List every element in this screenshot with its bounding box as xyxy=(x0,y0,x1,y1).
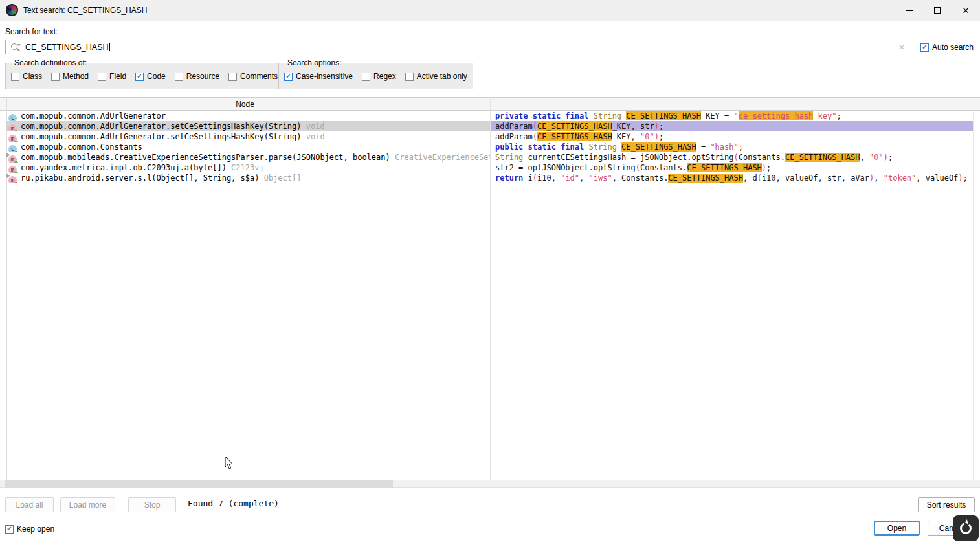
checkbox-auto-search[interactable]: ✔Auto search xyxy=(920,43,974,52)
code-cell[interactable]: private static final String CE_SETTINGS_… xyxy=(491,111,973,121)
checkbox-box-icon xyxy=(98,73,106,81)
close-icon: ✕ xyxy=(963,6,970,15)
checkbox-box-icon: ✔ xyxy=(284,73,293,81)
results-table: Node ccom.mopub.common.AdUrlGeneratorpri… xyxy=(0,97,980,488)
search-input[interactable]: CE_SETTINGS_HASH ✕ xyxy=(5,40,911,54)
node-label: ru.pikabu.android.server.s.l(Object[], S… xyxy=(21,174,259,183)
node-cell[interactable]: mcom.mopub.common.AdUrlGenerator.setCeSe… xyxy=(6,121,490,131)
jadx-logo-icon xyxy=(6,4,18,16)
checkbox-box-icon xyxy=(51,73,60,81)
checkbox-label: Keep open xyxy=(17,525,54,534)
definitions-group: Search definitions of: ClassMethodField✔… xyxy=(5,58,284,89)
maximize-button[interactable] xyxy=(926,0,948,21)
method-icon: m xyxy=(8,155,17,163)
node-label: com.mopub.common.AdUrlGenerator.setCeSet… xyxy=(21,132,301,141)
minimize-icon xyxy=(906,10,913,11)
node-label: com.mopub.common.Constants xyxy=(21,142,142,152)
node-cell[interactable]: mru.pikabu.android.server.s.l(Object[], … xyxy=(6,173,490,183)
options-group: Search options: ✔Case-insensitiveRegexAc… xyxy=(278,58,473,89)
node-cell[interactable]: ccom.mopub.common.Constants xyxy=(6,142,490,152)
checkbox-regex[interactable]: Regex xyxy=(362,72,396,81)
load-more-button[interactable]: Load more xyxy=(60,497,115,512)
code-cell[interactable]: return i(i10, "id", "iws", Constants.CE_… xyxy=(491,173,973,183)
checkbox-box-icon xyxy=(11,73,19,81)
open-button[interactable]: Open xyxy=(874,521,920,536)
checkbox-label: Resource xyxy=(186,72,219,81)
minimize-button[interactable] xyxy=(898,0,920,21)
table-row[interactable]: mcom.mopub.common.AdUrlGenerator.setCeSe… xyxy=(0,131,980,142)
node-label: com.mopub.common.AdUrlGenerator.setCeSet… xyxy=(21,122,301,131)
table-row[interactable]: mru.pikabu.android.server.s.l(Object[], … xyxy=(0,173,980,183)
results-rows: ccom.mopub.common.AdUrlGeneratorprivate … xyxy=(0,111,980,183)
title-bar: Text search: CE_SETTINGS_HASH ✕ xyxy=(0,0,980,21)
status-text: Found 7 (complete) xyxy=(188,499,279,508)
checkbox-box-icon xyxy=(175,73,183,81)
table-row[interactable]: ccom.mopub.common.AdUrlGeneratorprivate … xyxy=(0,111,980,121)
code-cell[interactable]: addParam(CE_SETTINGS_HASH_KEY, "0"); xyxy=(491,131,973,142)
checkbox-box-icon xyxy=(405,73,414,81)
table-row[interactable]: ccom.mopub.common.Constantspublic static… xyxy=(0,142,980,152)
checkbox-keep-open[interactable]: ✔Keep open xyxy=(5,525,54,534)
checkbox-active-tab-only[interactable]: Active tab only xyxy=(405,72,467,81)
progress-badge xyxy=(953,515,979,541)
node-cell[interactable]: mcom.yandex.metrica.impl.ob.C2093uj.a(by… xyxy=(6,163,490,173)
node-cell[interactable]: ccom.mopub.common.AdUrlGenerator xyxy=(6,111,490,121)
checkbox-box-icon xyxy=(228,73,237,81)
checkbox-label: Code xyxy=(147,72,166,81)
checkbox-comments[interactable]: Comments xyxy=(228,72,278,81)
method-icon: m xyxy=(8,135,17,142)
node-label: com.yandex.metrica.impl.ob.C2093uj.a(byt… xyxy=(21,163,227,172)
options-options: ✔Case-insensitiveRegexActive tab only xyxy=(284,71,467,81)
checkbox-label: Active tab only xyxy=(417,72,467,81)
definitions-legend: Search definitions of: xyxy=(12,58,89,67)
checkbox-class[interactable]: Class xyxy=(11,72,42,81)
mouse-cursor xyxy=(225,457,233,469)
node-cell[interactable]: mcom.mopub.mobileads.CreativeExperienceS… xyxy=(6,152,490,163)
checkbox-label: Case-insensitive xyxy=(296,72,353,81)
checkbox-case-insensitive[interactable]: ✔Case-insensitive xyxy=(284,72,353,81)
stop-button[interactable]: Stop xyxy=(128,497,176,512)
node-return-type: CreativeExperienceSettings xyxy=(390,153,490,162)
checkbox-label: Comments xyxy=(240,72,278,81)
node-return-type: Object[] xyxy=(259,174,301,183)
load-all-button[interactable]: Load all xyxy=(5,497,54,512)
code-cell[interactable]: String currentCESettingsHash = jSONObjec… xyxy=(491,152,973,163)
node-return-type: void xyxy=(301,132,324,141)
checkbox-method[interactable]: Method xyxy=(51,72,89,81)
search-history-dropdown-icon[interactable] xyxy=(17,44,21,48)
sort-results-button[interactable]: Sort results xyxy=(918,497,975,512)
table-row[interactable]: mcom.mopub.mobileads.CreativeExperienceS… xyxy=(0,152,980,163)
table-row[interactable]: mcom.mopub.common.AdUrlGenerator.setCeSe… xyxy=(0,121,980,131)
text-caret xyxy=(109,43,110,51)
checkbox-box-icon: ✔ xyxy=(135,73,144,81)
checkbox-resource[interactable]: Resource xyxy=(175,72,219,81)
window-title: Text search: CE_SETTINGS_HASH xyxy=(23,6,147,15)
checkbox-label: Method xyxy=(63,72,89,81)
checkbox-field[interactable]: Field xyxy=(98,72,126,81)
node-label: com.mopub.common.AdUrlGenerator xyxy=(21,111,166,120)
table-row[interactable]: mcom.yandex.metrica.impl.ob.C2093uj.a(by… xyxy=(0,163,980,173)
checkbox-box-icon: ✔ xyxy=(920,43,929,52)
node-cell[interactable]: mcom.mopub.common.AdUrlGenerator.setCeSe… xyxy=(6,131,490,142)
close-button[interactable]: ✕ xyxy=(955,0,977,21)
checkbox-label: Auto search xyxy=(932,43,974,52)
checkbox-code[interactable]: ✔Code xyxy=(135,72,166,81)
method-icon: m xyxy=(8,124,17,131)
spinner-icon xyxy=(960,523,972,534)
checkbox-box-icon: ✔ xyxy=(5,525,14,534)
checkbox-label: Field xyxy=(109,72,126,81)
code-cell[interactable]: str2 = optJSONObject.optString(Constants… xyxy=(491,163,973,173)
access-modifier-dot-icon xyxy=(14,182,18,183)
definitions-options: ClassMethodField✔CodeResourceComments xyxy=(11,71,278,81)
node-column-header: Node xyxy=(0,100,490,109)
keep-open-slot: ✔Keep open xyxy=(5,524,54,534)
node-label: com.mopub.mobileads.CreativeExperienceSe… xyxy=(21,153,390,162)
checkbox-label: Regex xyxy=(373,72,396,81)
horizontal-scrollbar[interactable] xyxy=(0,480,980,488)
code-cell[interactable]: public static final String CE_SETTINGS_H… xyxy=(491,142,973,152)
horizontal-scrollbar-thumb[interactable] xyxy=(5,480,393,488)
clear-search-icon[interactable]: ✕ xyxy=(898,43,905,52)
search-value: CE_SETTINGS_HASH xyxy=(25,43,110,52)
maximize-icon xyxy=(934,7,941,14)
code-cell[interactable]: addParam(CE_SETTINGS_HASH_KEY, str); xyxy=(491,121,973,131)
